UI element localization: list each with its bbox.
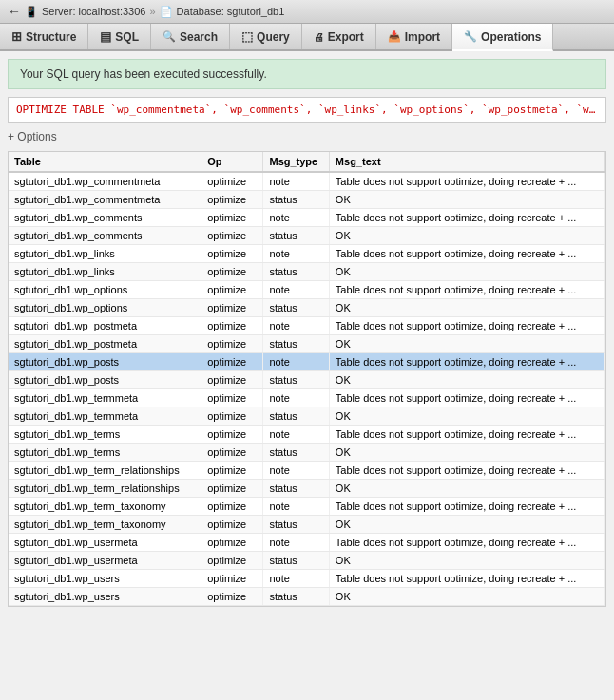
title-bar: ← 📱 Server: localhost:3306 » 📄 Database:… (0, 0, 614, 24)
cell-msgtext: Table does not support optimize, doing r… (329, 245, 604, 263)
tab-search[interactable]: 🔍 Search (151, 24, 230, 49)
cell-op: optimize (201, 552, 263, 570)
tab-operations-label: Operations (481, 30, 541, 44)
table-row: sgtutori_db1.wp_posts optimize note Tabl… (9, 353, 605, 371)
cell-msgtype: status (263, 444, 329, 462)
cell-msgtext: OK (329, 335, 604, 353)
cell-table: sgtutori_db1.wp_term_relationships (9, 462, 201, 480)
table-row: sgtutori_db1.wp_comments optimize note T… (9, 209, 605, 227)
table-row: sgtutori_db1.wp_links optimize status OK (9, 263, 605, 281)
table-row: sgtutori_db1.wp_usermeta optimize note T… (9, 534, 605, 552)
table-row: sgtutori_db1.wp_posts optimize status OK (9, 371, 605, 389)
cell-op: optimize (201, 209, 263, 227)
table-row: sgtutori_db1.wp_term_taxonomy optimize n… (9, 498, 605, 516)
cell-msgtext: Table does not support optimize, doing r… (329, 209, 604, 227)
tab-search-label: Search (180, 30, 218, 44)
cell-table: sgtutori_db1.wp_posts (9, 371, 201, 389)
options-link[interactable]: + Options (8, 130, 606, 143)
cell-msgtype: status (263, 263, 329, 281)
success-text: Your SQL query has been executed success… (20, 67, 267, 81)
cell-op: optimize (201, 480, 263, 498)
cell-msgtext: OK (329, 263, 604, 281)
cell-table: sgtutori_db1.wp_links (9, 263, 201, 281)
cell-op: optimize (201, 191, 263, 209)
cell-table: sgtutori_db1.wp_commentmeta (9, 191, 201, 209)
tab-structure-label: Structure (26, 30, 76, 44)
cell-msgtext: Table does not support optimize, doing r… (329, 281, 604, 299)
table-row: sgtutori_db1.wp_termmeta optimize status… (9, 407, 605, 426)
cell-msgtype: status (263, 552, 329, 570)
cell-op: optimize (201, 172, 263, 191)
cell-table: sgtutori_db1.wp_options (9, 299, 201, 317)
table-row: sgtutori_db1.wp_users optimize status OK (9, 588, 605, 606)
cell-op: optimize (201, 263, 263, 281)
tab-export[interactable]: 🖨 Export (302, 24, 376, 49)
cell-op: optimize (201, 426, 263, 444)
cell-msgtype: status (263, 588, 329, 606)
tab-query[interactable]: ⬚ Query (230, 24, 302, 49)
cell-msgtype: note (263, 462, 329, 480)
table-body: sgtutori_db1.wp_commentmeta optimize not… (9, 172, 605, 606)
cell-msgtype: note (263, 426, 329, 444)
table-row: sgtutori_db1.wp_users optimize note Tabl… (9, 570, 605, 588)
breadcrumb-separator: » (149, 6, 155, 17)
cell-msgtype: status (263, 299, 329, 317)
results-table: Table Op Msg_type Msg_text sgtutori_db1.… (9, 152, 605, 606)
table-row: sgtutori_db1.wp_options optimize note Ta… (9, 281, 605, 299)
table-row: sgtutori_db1.wp_options optimize status … (9, 299, 605, 317)
tab-structure[interactable]: ⊞ Structure (0, 24, 88, 49)
cell-table: sgtutori_db1.wp_posts (9, 353, 201, 371)
cell-table: sgtutori_db1.wp_usermeta (9, 552, 201, 570)
cell-op: optimize (201, 570, 263, 588)
cell-table: sgtutori_db1.wp_links (9, 245, 201, 263)
cell-table: sgtutori_db1.wp_options (9, 281, 201, 299)
header-msgtype: Msg_type (263, 152, 329, 172)
cell-msgtype: status (263, 191, 329, 209)
tab-import[interactable]: 📥 Import (376, 24, 452, 49)
cell-msgtext: OK (329, 516, 604, 534)
cell-table: sgtutori_db1.wp_users (9, 570, 201, 588)
table-row: sgtutori_db1.wp_postmeta optimize status… (9, 335, 605, 353)
cell-msgtext: Table does not support optimize, doing r… (329, 172, 604, 191)
cell-table: sgtutori_db1.wp_termmeta (9, 389, 201, 407)
cell-msgtext: OK (329, 299, 604, 317)
table-row: sgtutori_db1.wp_terms optimize status OK (9, 444, 605, 462)
database-label: Database: sgtutori_db1 (177, 6, 285, 17)
table-row: sgtutori_db1.wp_term_taxonomy optimize s… (9, 516, 605, 534)
cell-table: sgtutori_db1.wp_terms (9, 426, 201, 444)
server-label: Server: localhost:3306 (42, 6, 145, 17)
database-icon: 📄 (160, 6, 173, 18)
cell-op: optimize (201, 407, 263, 426)
cell-msgtype: note (263, 534, 329, 552)
cell-msgtext: Table does not support optimize, doing r… (329, 570, 604, 588)
cell-table: sgtutori_db1.wp_users (9, 588, 201, 606)
cell-table: sgtutori_db1.wp_term_taxonomy (9, 498, 201, 516)
cell-msgtype: note (263, 281, 329, 299)
cell-table: sgtutori_db1.wp_commentmeta (9, 172, 201, 191)
cell-op: optimize (201, 444, 263, 462)
cell-op: optimize (201, 516, 263, 534)
cell-table: sgtutori_db1.wp_termmeta (9, 407, 201, 426)
tab-operations[interactable]: 🔧 Operations (452, 24, 553, 51)
cell-msgtype: note (263, 172, 329, 191)
cell-op: optimize (201, 245, 263, 263)
cell-op: optimize (201, 299, 263, 317)
cell-op: optimize (201, 371, 263, 389)
cell-msgtype: note (263, 570, 329, 588)
cell-msgtext: OK (329, 480, 604, 498)
cell-op: optimize (201, 588, 263, 606)
tab-export-label: Export (328, 30, 364, 44)
cell-op: optimize (201, 534, 263, 552)
sql-icon: ▤ (100, 29, 111, 44)
cell-table: sgtutori_db1.wp_term_relationships (9, 480, 201, 498)
back-icon[interactable]: ← (8, 4, 21, 19)
cell-msgtext: Table does not support optimize, doing r… (329, 534, 604, 552)
cell-msgtype: status (263, 227, 329, 245)
cell-msgtext: OK (329, 407, 604, 426)
tab-import-label: Import (405, 30, 440, 44)
cell-table: sgtutori_db1.wp_term_taxonomy (9, 516, 201, 534)
options-anchor[interactable]: + Options (8, 130, 57, 143)
tab-sql[interactable]: ▤ SQL (88, 24, 151, 49)
cell-op: optimize (201, 227, 263, 245)
cell-msgtype: status (263, 480, 329, 498)
